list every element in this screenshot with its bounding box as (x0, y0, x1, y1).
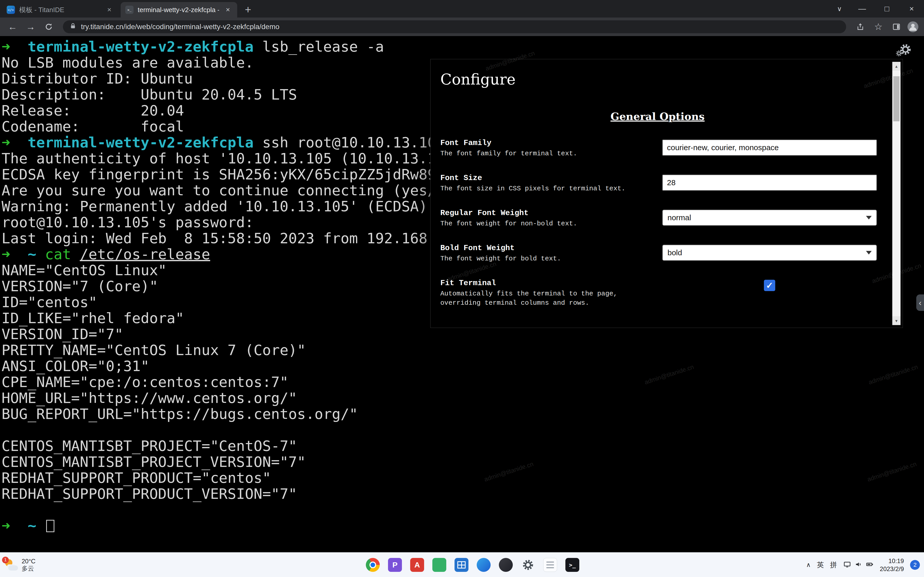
chevron-down-icon (866, 216, 872, 219)
lock-icon (69, 23, 76, 31)
side-panel-icon[interactable] (889, 19, 904, 34)
bookmark-star-icon[interactable]: ☆ (871, 19, 886, 34)
terminal-line: PRETTY_NAME="CentOS Linux 7 (Core)" (2, 342, 924, 358)
browser-tab-strip: </> 模板 - TitanIDE × >_ terminal-wetty-v2… (0, 0, 924, 18)
terminal-settings-gear-icon[interactable] (899, 43, 912, 56)
scrollbar-up-icon[interactable]: ▲ (892, 62, 901, 71)
settings-icon[interactable] (521, 558, 535, 572)
tab-close-icon[interactable]: × (105, 5, 114, 15)
weather-icon: 1 (5, 559, 18, 571)
config-field-fit-terminal: Fit TerminalAutomatically fits the termi… (440, 279, 877, 308)
scrollbar-thumb[interactable] (893, 76, 900, 121)
notepad-icon[interactable] (543, 558, 557, 572)
terminal-line (2, 422, 924, 438)
notification-count-badge[interactable]: 2 (910, 560, 920, 570)
terminal-line: CENTOS_MANTISBT_PROJECT_VERSION="7" (2, 454, 924, 470)
app-p-icon[interactable]: P (388, 558, 402, 572)
back-icon[interactable]: ← (5, 19, 20, 34)
config-fields: Font FamilyThe font family for terminal … (440, 139, 877, 315)
tab-search-chevron-icon[interactable]: ∨ (829, 0, 850, 18)
clock-time: 10:19 (880, 557, 904, 565)
browser-tab-terminal[interactable]: >_ terminal-wetty-v2-zekfcpla - T × (121, 2, 237, 18)
window-controls: ∨ — □ × (829, 0, 924, 18)
terminal-line: CENTOS_MANTISBT_PROJECT="CentOS-7" (2, 438, 924, 454)
app-green-icon[interactable] (432, 558, 446, 572)
terminal-line: ANSI_COLOR="0;31" (2, 358, 924, 374)
config-field-regular-font-weight: Regular Font WeightThe font weight for n… (440, 209, 877, 236)
url-text: try.titanide.cn/ide/web/coding/terminal-… (81, 23, 279, 31)
share-icon[interactable] (853, 19, 868, 34)
address-bar[interactable]: try.titanide.cn/ide/web/coding/terminal-… (63, 20, 846, 33)
fit-terminal-checkbox[interactable]: ✓ (764, 280, 775, 291)
config-field-font-family: Font FamilyThe font family for terminal … (440, 139, 877, 166)
app-table-icon[interactable] (454, 558, 468, 572)
font-family-input[interactable] (662, 140, 877, 156)
titanide-favicon-icon: </> (7, 6, 15, 14)
browser-tab-titanide[interactable]: </> 模板 - TitanIDE × (2, 2, 119, 18)
battery-icon[interactable] (866, 561, 874, 569)
terminal-line: CPE_NAME="cpe:/o:centos:centos:7" (2, 374, 924, 390)
taskbar-clock[interactable]: 10:19 2023/2/9 (880, 557, 904, 573)
terminal-line: ➜ ~ (2, 518, 924, 534)
scrollbar-down-icon[interactable]: ▼ (892, 316, 901, 325)
notification-badge: 1 (2, 557, 9, 563)
weather-temp: 20°C (22, 558, 36, 565)
terminal-line: ➜ terminal-wetty-v2-zekfcpla lsb_release… (2, 39, 924, 55)
terminal-line (2, 502, 924, 518)
dialog-title: Configure (440, 71, 515, 88)
regular-font-weight-label: Regular Font Weight (440, 209, 654, 218)
terminal-favicon-icon: >_ (125, 6, 134, 14)
app-dark-icon[interactable] (499, 558, 513, 572)
tab-title: 模板 - TitanIDE (19, 5, 100, 15)
chrome-icon[interactable] (366, 558, 380, 572)
tab-title: terminal-wetty-v2-zekfcpla - T (138, 6, 219, 14)
window-maximize-button[interactable]: □ (874, 0, 899, 18)
configure-dialog: Configure General Options Font FamilyThe… (430, 59, 903, 328)
language-indicator[interactable]: 英 (817, 560, 824, 569)
clock-date: 2023/2/9 (880, 565, 904, 573)
side-panel-handle[interactable]: ‹ (916, 295, 924, 311)
scrollbar-track[interactable] (892, 71, 901, 316)
font-size-input[interactable] (662, 175, 877, 191)
regular-font-weight-select[interactable]: normal (662, 210, 877, 226)
terminal-cursor (46, 520, 54, 532)
terminal-app-icon[interactable]: >_ (565, 558, 579, 572)
window-close-button[interactable]: × (899, 0, 924, 18)
config-field-font-size: Font SizeThe font size in CSS pixels for… (440, 174, 877, 201)
volume-icon[interactable] (855, 561, 863, 569)
forward-icon[interactable]: → (23, 19, 38, 34)
tray-chevron-icon[interactable]: ∧ (806, 561, 811, 569)
app-blue-icon[interactable] (477, 558, 491, 572)
reload-icon[interactable] (41, 19, 56, 34)
ime-indicator[interactable]: 拼 (830, 560, 837, 569)
chevron-down-icon (866, 251, 872, 255)
taskbar-apps: PA>_ (345, 553, 579, 577)
weather-condition: 多云 (22, 565, 36, 572)
bold-font-weight-select[interactable]: bold (662, 245, 877, 261)
bold-font-weight-description: The font weight for bold text. (440, 254, 654, 263)
tab-close-icon[interactable]: × (223, 5, 233, 15)
regular-font-weight-description: The font weight for non-bold text. (440, 219, 654, 228)
font-size-label: Font Size (440, 174, 654, 182)
terminal-line: REDHAT_SUPPORT_PRODUCT_VERSION="7" (2, 486, 924, 502)
taskbar-weather-widget[interactable]: 1 20°C 多云 (5, 553, 36, 577)
browser-toolbar: ← → try.titanide.cn/ide/web/coding/termi… (0, 18, 924, 36)
dialog-scrollbar[interactable]: ▲ ▼ (892, 62, 901, 325)
section-general-options: General Options (431, 110, 885, 122)
font-family-description: The font family for terminal text. (440, 149, 654, 158)
app-a-icon[interactable]: A (410, 558, 424, 572)
fit-terminal-description: Automatically fits the terminal to the p… (440, 289, 654, 308)
profile-avatar[interactable] (907, 21, 919, 33)
font-size-description: The font size in CSS pixels for terminal… (440, 184, 654, 193)
fit-terminal-label: Fit Terminal (440, 279, 654, 287)
system-tray: ∧ 英 拼 (806, 553, 920, 577)
terminal-line: VERSION_ID="7" (2, 326, 924, 342)
windows-start-icon[interactable] (345, 558, 358, 571)
new-tab-button[interactable]: + (241, 3, 255, 17)
bold-font-weight-label: Bold Font Weight (440, 244, 654, 253)
terminal-line: BUG_REPORT_URL="https://bugs.centos.org/… (2, 406, 924, 422)
terminal-line: HOME_URL="https://www.centos.org/" (2, 390, 924, 406)
regular-font-weight-value: normal (667, 213, 691, 222)
display-icon[interactable] (843, 561, 851, 569)
window-minimize-button[interactable]: — (850, 0, 874, 18)
